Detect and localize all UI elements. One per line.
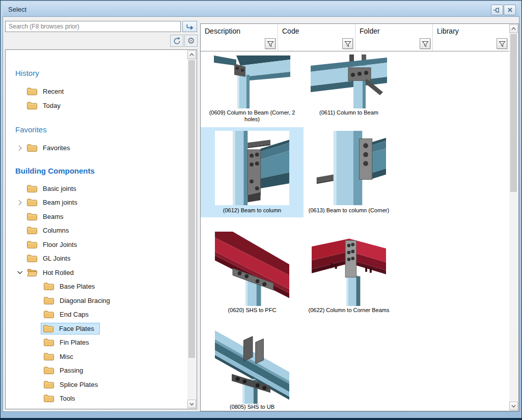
go-arrow-icon <box>185 23 195 31</box>
tile-caption: (0613) Beam to column (Corner) <box>298 207 400 214</box>
tree-item-label: Splice Plates <box>60 381 98 388</box>
tile-0613[interactable] <box>311 131 387 205</box>
tree-scrollbar[interactable] <box>187 50 196 408</box>
column-library[interactable]: Library <box>433 24 510 51</box>
filter-button-folder[interactable] <box>420 38 430 49</box>
tile-caption: (0805) SHS to UB <box>201 404 303 410</box>
tile-0622[interactable] <box>311 232 387 306</box>
tree-item-label: Floor Joints <box>43 241 77 248</box>
tree-item-diagonal-bracing[interactable]: Diagonal Bracing <box>6 294 187 308</box>
funnel-icon <box>343 39 352 48</box>
results-scrollbar-down-button[interactable] <box>509 402 518 410</box>
folder-icon <box>43 282 54 291</box>
pin-button[interactable] <box>491 5 503 15</box>
tree-item-passing[interactable]: Passing <box>6 363 187 378</box>
tree-item-face-plates[interactable]: Face Plates <box>6 322 187 336</box>
refresh-button[interactable] <box>170 35 183 47</box>
column-label: Folder <box>355 24 432 35</box>
thumbnail-0613-image <box>311 131 387 205</box>
tile-0611[interactable] <box>311 54 387 108</box>
scroll-up-icon <box>188 50 196 59</box>
results-panel: Description Code Folder <box>200 23 519 411</box>
select-window: Select ⚙ History <box>0 0 522 420</box>
gear-icon: ⚙ <box>187 37 195 45</box>
tree-item-label: Beams <box>43 213 63 220</box>
tree-item-beam-joints[interactable]: Beam joints <box>6 195 187 210</box>
tree-item-fin-plates[interactable]: Fin Plates <box>6 335 187 350</box>
folder-icon <box>26 184 38 193</box>
tree-scrollbar-thumb[interactable] <box>188 60 195 358</box>
results-scrollbar-thumb[interactable] <box>510 34 517 192</box>
funnel-icon <box>498 39 507 48</box>
folder-icon <box>43 310 54 319</box>
tree-section-header-building-components: Building Components <box>6 164 187 178</box>
thumbnail-0622-image <box>311 232 387 306</box>
folder-icon <box>26 198 38 207</box>
thumbnail-0620-image <box>214 232 290 306</box>
chevron-slot <box>14 88 25 96</box>
tree-scrollbar-up-button[interactable] <box>187 50 196 59</box>
column-description[interactable]: Description <box>201 24 278 51</box>
tree-item-base-plates[interactable]: Base Plates <box>6 279 187 294</box>
tree-item-gl-joints[interactable]: GL Joints <box>6 251 187 266</box>
chevron-slot <box>31 380 42 388</box>
tile-caption: (0611) Column to Beam <box>298 109 400 116</box>
tile-caption: (0609) Column to Beam (Corner, 2 holes) <box>201 109 303 123</box>
tree-item-floor-joints[interactable]: Floor Joints <box>6 238 187 252</box>
tree-item-label: Tools <box>60 395 75 402</box>
tree-item-label: Face Plates <box>59 325 94 332</box>
tile-0609[interactable] <box>214 54 290 108</box>
chevron-slot <box>31 395 42 403</box>
filter-button-description[interactable] <box>265 38 276 49</box>
search-input[interactable] <box>5 21 181 32</box>
tree-item-label: Passing <box>60 367 83 374</box>
tile-0805[interactable] <box>214 329 290 404</box>
funnel-icon <box>266 39 275 48</box>
tree-item-misc[interactable]: Misc <box>6 350 187 364</box>
filter-button-code[interactable] <box>342 38 353 49</box>
tree-item-recent[interactable]: Recent <box>6 85 187 99</box>
tree-item-beams[interactable]: Beams <box>6 210 187 224</box>
tree-item-hot-rolled[interactable]: Hot Rolled <box>6 266 187 280</box>
component-grid: (0609) Column to Beam (Corner, 2 holes) … <box>201 51 510 411</box>
results-scrollbar-up-button[interactable] <box>509 24 518 33</box>
tree-item-label: Diagonal Bracing <box>60 297 110 304</box>
tree-item-tools[interactable]: Tools <box>6 391 187 406</box>
folder-icon <box>43 394 54 403</box>
tree-panel: History Recent Today Favorites <box>5 49 197 409</box>
tree-item-i-clips-partial[interactable]: I Clips <box>6 406 187 409</box>
tree-item-label: Recent <box>43 88 64 95</box>
filter-button-library[interactable] <box>497 38 507 49</box>
chevron-slot <box>14 255 25 263</box>
tree-section-header-history: History <box>6 66 187 79</box>
tree-item-today[interactable]: Today <box>6 99 187 113</box>
tree-item-label: Misc <box>60 353 73 360</box>
close-button[interactable] <box>504 5 516 15</box>
chevron-right-icon[interactable] <box>14 144 25 152</box>
tree-item-end-caps[interactable]: End Caps <box>6 307 187 322</box>
folder-icon <box>26 101 38 110</box>
tile-0620[interactable] <box>214 232 290 306</box>
chevron-down-icon[interactable] <box>14 268 25 276</box>
folder-icon <box>43 352 54 361</box>
folder-icon <box>26 254 38 263</box>
tree-item-basic-joints[interactable]: Basic joints <box>6 182 187 196</box>
tree-item-label: End Caps <box>60 311 89 318</box>
search-go-button[interactable] <box>182 21 197 32</box>
folder-icon <box>26 212 38 221</box>
tile-0612-selected[interactable] <box>214 131 290 205</box>
tree-item-columns[interactable]: Columns <box>6 223 187 238</box>
settings-button[interactable]: ⚙ <box>184 35 198 47</box>
folder-icon <box>43 380 54 389</box>
column-code[interactable]: Code <box>278 24 355 51</box>
results-scrollbar[interactable] <box>509 24 518 410</box>
tree-item-favorites[interactable]: Favorites <box>6 141 187 155</box>
tree-item-splice-plates[interactable]: Splice Plates <box>6 378 187 392</box>
chevron-right-icon[interactable] <box>14 199 25 207</box>
tree-scrollbar-down-button[interactable] <box>187 400 196 408</box>
tree-section-header-favorites: Favorites <box>6 123 187 136</box>
tile-caption: (0622) Column to Corner Beams <box>298 307 400 314</box>
column-folder[interactable]: Folder <box>355 24 433 51</box>
titlebar[interactable]: Select <box>3 2 519 16</box>
chevron-slot <box>14 101 25 109</box>
